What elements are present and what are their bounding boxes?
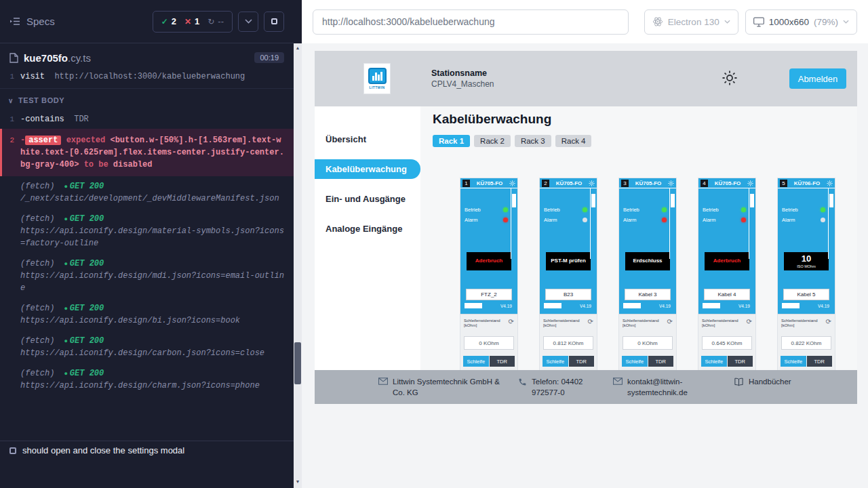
betrieb-led — [662, 207, 667, 212]
refresh-icon[interactable]: ⟳ — [826, 319, 831, 325]
tdr-button[interactable]: TDR — [648, 356, 674, 367]
card-settings-icon[interactable] — [747, 180, 753, 186]
tab-rack-4[interactable]: Rack 4 — [555, 135, 592, 147]
card-model: KÜ705-FO — [471, 180, 508, 186]
browser-select[interactable]: Electron 130 — [644, 9, 738, 35]
refresh-icon[interactable]: ⟳ — [667, 319, 673, 325]
card-port-column — [669, 188, 676, 259]
test-status-icon — [9, 447, 16, 454]
sidebar-item-ein-und-ausgaenge[interactable]: Ein- und Ausgänge — [315, 189, 420, 209]
tdr-button[interactable]: TDR — [807, 356, 833, 367]
cable-name-field[interactable]: B23 — [545, 289, 591, 300]
resistance-value: 0.645 KOhm — [702, 336, 752, 350]
resistance-label: Schleifenwiderstand [kOhm] — [702, 319, 744, 328]
device-cards: 1 KÜ705-FO Betrieb Alarm Aderbruch FTZ_2… — [460, 178, 857, 370]
schleife-button[interactable]: Schleife — [701, 356, 727, 367]
electron-icon — [652, 16, 663, 27]
reporter-scrollbar[interactable]: ▲ ▼ — [294, 0, 302, 488]
alarm-label: Alarm — [465, 217, 478, 223]
cable-name-field[interactable]: Kabel 5 — [783, 289, 829, 300]
card-settings-icon[interactable] — [827, 180, 833, 186]
tdr-button[interactable]: TDR — [490, 356, 515, 367]
schleife-button[interactable]: Schleife — [781, 356, 806, 367]
stop-button[interactable] — [264, 12, 284, 32]
spec-header[interactable]: kue705fo.cy.ts 00:19 — [0, 43, 294, 72]
cable-name-field[interactable]: FTZ_2 — [466, 289, 512, 300]
display-window — [465, 303, 482, 308]
schleife-button[interactable]: Schleife — [463, 356, 489, 367]
viewport-select[interactable]: 1000x660 (79%) — [745, 9, 857, 35]
url-input[interactable] — [313, 9, 629, 35]
alarm-label: Alarm — [623, 217, 637, 223]
scroll-down-icon[interactable]: ▼ — [294, 477, 302, 486]
log-assert-failed[interactable]: 2 -assert expected <button.w-[50%].h-[1.… — [0, 129, 294, 176]
resistance-label: Schleifenwiderstand [kOhm] — [543, 319, 585, 328]
resistance-label: Schleifenwiderstand [kOhm] — [623, 319, 665, 328]
resistance-value: 0.822 KOhm — [781, 336, 831, 350]
log-fetch[interactable]: (fetch)●GET 200 https://api.iconify.desi… — [0, 331, 294, 363]
app-footer: Littwin Systemtechnik GmbH & Co. KG Tele… — [315, 370, 857, 404]
collapse-button[interactable] — [238, 12, 258, 32]
display-window — [544, 303, 561, 308]
settings-gear-icon[interactable] — [722, 70, 738, 89]
firmware-version: V4.19 — [738, 304, 750, 308]
refresh-icon[interactable]: ⟳ — [509, 319, 514, 325]
tdr-button[interactable]: TDR — [728, 356, 753, 367]
pending-icon: ↻ — [208, 17, 214, 26]
card-settings-icon[interactable] — [668, 180, 674, 186]
test-title: should open and close the settings modal — [22, 445, 184, 455]
log-contains-command[interactable]: 1 -contains TDR — [0, 111, 294, 127]
sidebar-item-uebersicht[interactable]: Übersicht — [315, 129, 420, 149]
card-number: 2 — [542, 180, 549, 187]
logout-button[interactable]: Abmelden — [789, 68, 846, 89]
refresh-icon[interactable]: ⟳ — [747, 319, 752, 325]
aut-panel: Electron 130 1000x660 (79%) LITTWIN Stat… — [302, 0, 868, 488]
sidebar-item-analoge-eingaenge[interactable]: Analoge Eingänge — [315, 219, 420, 239]
scrollbar-thumb[interactable] — [294, 342, 301, 384]
cable-name-field[interactable]: Kabel 3 — [625, 289, 671, 300]
display-window — [623, 303, 641, 308]
fiber-port — [512, 194, 516, 207]
alarm-label: Alarm — [782, 217, 795, 223]
refresh-icon[interactable]: ⟳ — [588, 319, 593, 325]
fiber-port — [829, 194, 833, 207]
scroll-up-icon[interactable]: ▲ — [294, 43, 302, 52]
log-fetch[interactable]: (fetch)●GET 200 https://api.iconify.desi… — [0, 209, 294, 253]
reporter-header: Specs ✓2 ✕1 ↻-- — [0, 0, 294, 43]
log-fetch[interactable]: (fetch)●GET 200 https://api.iconify.desi… — [0, 363, 294, 396]
tab-rack-3[interactable]: Rack 3 — [515, 135, 551, 147]
log-fetch[interactable]: (fetch)●GET 200 https://api.iconify.desi… — [0, 298, 294, 331]
footer-manuals-link[interactable]: Handbücher — [734, 377, 791, 388]
viewport-icon — [753, 17, 764, 27]
next-test-row[interactable]: should open and close the settings modal — [0, 441, 294, 460]
chevron-down-icon — [724, 20, 730, 24]
log-fetch[interactable]: (fetch)●GET 200 https://api.iconify.desi… — [0, 253, 294, 298]
tdr-button[interactable]: TDR — [569, 356, 595, 367]
resistance-label: Schleifenwiderstand [kOhm] — [464, 319, 506, 328]
sidebar-item-kabelueberwachung[interactable]: Kabelüberwachung — [315, 159, 420, 179]
card-settings-icon[interactable] — [589, 180, 595, 186]
betrieb-label: Betrieb — [544, 207, 560, 213]
firmware-version: V4.19 — [580, 304, 591, 308]
log-visit-command[interactable]: 1 visit http://localhost:3000/kabelueber… — [0, 72, 294, 89]
alarm-led — [583, 218, 587, 222]
tab-rack-1[interactable]: Rack 1 — [433, 135, 470, 147]
tab-rack-2[interactable]: Rack 2 — [474, 135, 511, 147]
log-fetch[interactable]: (fetch)●GET 200 /_next/static/developmen… — [0, 176, 294, 209]
command-log: 1 visit http://localhost:3000/kabelueber… — [0, 72, 294, 441]
schleife-button[interactable]: Schleife — [622, 356, 648, 367]
card-settings-icon[interactable] — [509, 180, 515, 186]
cable-name-field[interactable]: Kabel 4 — [704, 289, 750, 300]
test-body-section[interactable]: ∨ TEST BODY — [0, 89, 294, 111]
schleife-button[interactable]: Schleife — [542, 356, 568, 367]
status-dot-icon: ● — [64, 338, 67, 345]
footer-email[interactable]: kontakt@littwin-systemtechnik.de — [613, 377, 696, 398]
chevron-down-icon — [843, 20, 849, 24]
device-card: 5 KÜ706-FO Betrieb Alarm 10ISO MOhm Kabe… — [777, 178, 835, 370]
page-title: Kabelüberwachung — [433, 112, 857, 127]
pending-stat: ↻-- — [208, 16, 224, 26]
station-info: Stationsname CPLV4_Maschen — [431, 68, 494, 89]
specs-button[interactable]: Specs — [9, 16, 55, 27]
chevron-down-icon — [245, 19, 252, 24]
stop-icon — [271, 18, 277, 24]
